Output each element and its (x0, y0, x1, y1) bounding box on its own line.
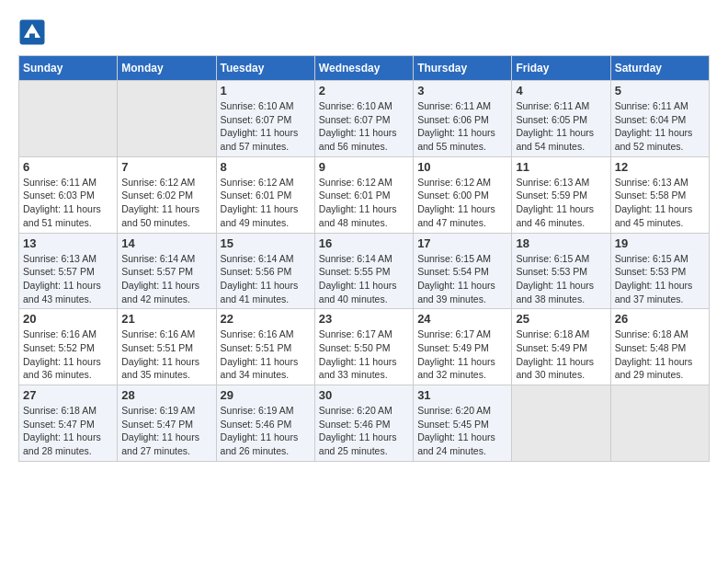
day-info: Sunrise: 6:13 AMSunset: 5:57 PMDaylight:… (23, 252, 113, 306)
day-number: 29 (221, 388, 311, 402)
calendar-cell: 26Sunrise: 6:18 AMSunset: 5:48 PMDayligh… (610, 309, 709, 385)
day-number: 16 (319, 236, 409, 250)
day-info: Sunrise: 6:15 AMSunset: 5:53 PMDaylight:… (615, 252, 705, 306)
calendar-body: 1Sunrise: 6:10 AMSunset: 6:07 PMDaylight… (19, 81, 710, 462)
calendar-cell: 19Sunrise: 6:15 AMSunset: 5:53 PMDayligh… (610, 233, 709, 309)
calendar-cell: 28Sunrise: 6:19 AMSunset: 5:47 PMDayligh… (118, 385, 216, 462)
calendar-cell (118, 81, 216, 157)
day-info: Sunrise: 6:16 AMSunset: 5:52 PMDaylight:… (23, 327, 113, 382)
day-number: 22 (221, 312, 311, 326)
calendar-cell: 17Sunrise: 6:15 AMSunset: 5:54 PMDayligh… (414, 233, 512, 309)
day-info: Sunrise: 6:10 AMSunset: 6:07 PMDaylight:… (319, 99, 409, 154)
day-info: Sunrise: 6:12 AMSunset: 6:02 PMDaylight:… (121, 176, 211, 230)
calendar-header: SundayMondayTuesdayWednesdayThursdayFrid… (19, 56, 710, 81)
day-number: 15 (221, 236, 311, 250)
calendar-cell: 3Sunrise: 6:11 AMSunset: 6:06 PMDaylight… (414, 81, 512, 157)
calendar-week-row: 6Sunrise: 6:11 AMSunset: 6:03 PMDaylight… (19, 156, 710, 233)
weekday-header-thursday: Thursday (414, 56, 512, 81)
calendar-cell: 5Sunrise: 6:11 AMSunset: 6:04 PMDaylight… (610, 81, 709, 157)
day-number: 17 (417, 236, 507, 250)
calendar-cell: 2Sunrise: 6:10 AMSunset: 6:07 PMDaylight… (314, 81, 413, 157)
day-number: 13 (23, 236, 113, 250)
day-info: Sunrise: 6:10 AMSunset: 6:07 PMDaylight:… (221, 99, 311, 154)
svg-rect-2 (29, 34, 35, 44)
weekday-header-row: SundayMondayTuesdayWednesdayThursdayFrid… (19, 56, 710, 81)
day-number: 30 (319, 388, 409, 402)
day-info: Sunrise: 6:12 AMSunset: 6:01 PMDaylight:… (319, 176, 409, 230)
day-number: 1 (221, 84, 311, 98)
day-number: 20 (23, 312, 113, 326)
calendar-cell: 29Sunrise: 6:19 AMSunset: 5:46 PMDayligh… (216, 385, 314, 462)
day-number: 14 (121, 236, 211, 250)
day-number: 11 (516, 160, 606, 174)
calendar-cell: 4Sunrise: 6:11 AMSunset: 6:05 PMDaylight… (512, 81, 610, 157)
calendar-cell: 14Sunrise: 6:14 AMSunset: 5:57 PMDayligh… (118, 233, 216, 309)
calendar-cell: 9Sunrise: 6:12 AMSunset: 6:01 PMDaylight… (314, 156, 413, 233)
day-info: Sunrise: 6:11 AMSunset: 6:06 PMDaylight:… (417, 99, 507, 154)
day-number: 12 (615, 160, 705, 174)
calendar-cell: 21Sunrise: 6:16 AMSunset: 5:51 PMDayligh… (118, 309, 216, 385)
day-number: 7 (121, 160, 211, 174)
day-info: Sunrise: 6:20 AMSunset: 5:45 PMDaylight:… (417, 404, 507, 458)
day-number: 5 (615, 84, 705, 98)
weekday-header-saturday: Saturday (610, 56, 709, 81)
logo-icon (18, 18, 46, 46)
day-info: Sunrise: 6:11 AMSunset: 6:03 PMDaylight:… (23, 176, 113, 230)
calendar-cell: 23Sunrise: 6:17 AMSunset: 5:50 PMDayligh… (314, 309, 413, 385)
day-info: Sunrise: 6:17 AMSunset: 5:50 PMDaylight:… (319, 327, 409, 382)
page-header (18, 18, 710, 46)
weekday-header-monday: Monday (118, 56, 216, 81)
weekday-header-friday: Friday (512, 56, 610, 81)
day-number: 19 (615, 236, 705, 250)
calendar-cell: 12Sunrise: 6:13 AMSunset: 5:58 PMDayligh… (610, 156, 709, 233)
day-number: 26 (615, 312, 705, 326)
day-number: 10 (417, 160, 507, 174)
weekday-header-sunday: Sunday (19, 56, 118, 81)
day-info: Sunrise: 6:12 AMSunset: 6:00 PMDaylight:… (417, 176, 507, 230)
day-info: Sunrise: 6:16 AMSunset: 5:51 PMDaylight:… (221, 327, 311, 382)
day-info: Sunrise: 6:11 AMSunset: 6:04 PMDaylight:… (615, 99, 705, 154)
calendar-week-row: 1Sunrise: 6:10 AMSunset: 6:07 PMDaylight… (19, 81, 710, 157)
day-info: Sunrise: 6:19 AMSunset: 5:47 PMDaylight:… (121, 404, 211, 458)
calendar-cell: 15Sunrise: 6:14 AMSunset: 5:56 PMDayligh… (216, 233, 314, 309)
day-info: Sunrise: 6:17 AMSunset: 5:49 PMDaylight:… (417, 327, 507, 382)
day-info: Sunrise: 6:13 AMSunset: 5:58 PMDaylight:… (615, 176, 705, 230)
weekday-header-wednesday: Wednesday (314, 56, 413, 81)
day-number: 24 (417, 312, 507, 326)
day-number: 21 (121, 312, 211, 326)
day-number: 23 (319, 312, 409, 326)
calendar-cell: 6Sunrise: 6:11 AMSunset: 6:03 PMDaylight… (19, 156, 118, 233)
day-info: Sunrise: 6:13 AMSunset: 5:59 PMDaylight:… (516, 176, 606, 230)
calendar-cell (19, 81, 118, 157)
day-info: Sunrise: 6:18 AMSunset: 5:47 PMDaylight:… (23, 404, 113, 458)
calendar-cell: 31Sunrise: 6:20 AMSunset: 5:45 PMDayligh… (414, 385, 512, 462)
calendar-week-row: 20Sunrise: 6:16 AMSunset: 5:52 PMDayligh… (19, 309, 710, 385)
calendar-cell: 13Sunrise: 6:13 AMSunset: 5:57 PMDayligh… (19, 233, 118, 309)
day-number: 27 (23, 388, 113, 402)
day-info: Sunrise: 6:14 AMSunset: 5:55 PMDaylight:… (319, 252, 409, 306)
day-number: 8 (221, 160, 311, 174)
day-number: 25 (516, 312, 606, 326)
calendar-cell: 20Sunrise: 6:16 AMSunset: 5:52 PMDayligh… (19, 309, 118, 385)
calendar-cell: 8Sunrise: 6:12 AMSunset: 6:01 PMDaylight… (216, 156, 314, 233)
calendar-cell: 22Sunrise: 6:16 AMSunset: 5:51 PMDayligh… (216, 309, 314, 385)
day-info: Sunrise: 6:19 AMSunset: 5:46 PMDaylight:… (221, 404, 311, 458)
day-number: 6 (23, 160, 113, 174)
day-info: Sunrise: 6:20 AMSunset: 5:46 PMDaylight:… (319, 404, 409, 458)
calendar-week-row: 13Sunrise: 6:13 AMSunset: 5:57 PMDayligh… (19, 233, 710, 309)
day-number: 18 (516, 236, 606, 250)
calendar-cell: 30Sunrise: 6:20 AMSunset: 5:46 PMDayligh… (314, 385, 413, 462)
day-info: Sunrise: 6:18 AMSunset: 5:49 PMDaylight:… (516, 327, 606, 382)
calendar-cell: 11Sunrise: 6:13 AMSunset: 5:59 PMDayligh… (512, 156, 610, 233)
day-info: Sunrise: 6:15 AMSunset: 5:53 PMDaylight:… (516, 252, 606, 306)
day-info: Sunrise: 6:14 AMSunset: 5:57 PMDaylight:… (121, 252, 211, 306)
day-info: Sunrise: 6:16 AMSunset: 5:51 PMDaylight:… (121, 327, 211, 382)
day-number: 4 (516, 84, 606, 98)
day-number: 9 (319, 160, 409, 174)
day-number: 2 (319, 84, 409, 98)
calendar-cell: 18Sunrise: 6:15 AMSunset: 5:53 PMDayligh… (512, 233, 610, 309)
day-info: Sunrise: 6:12 AMSunset: 6:01 PMDaylight:… (221, 176, 311, 230)
calendar-cell: 7Sunrise: 6:12 AMSunset: 6:02 PMDaylight… (118, 156, 216, 233)
day-info: Sunrise: 6:18 AMSunset: 5:48 PMDaylight:… (615, 327, 705, 382)
calendar-table: SundayMondayTuesdayWednesdayThursdayFrid… (18, 55, 710, 462)
